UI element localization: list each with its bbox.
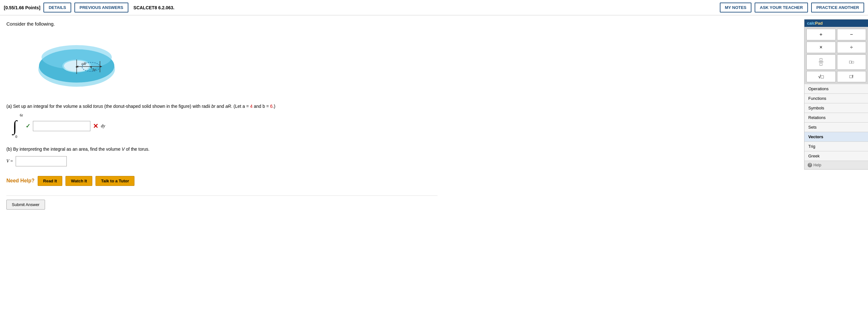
need-help-label: Need Help? <box>6 178 34 184</box>
integral-upper: 6r <box>20 113 23 118</box>
torus-image: aR br <box>32 32 121 96</box>
cross-icon: ✕ <box>93 122 98 130</box>
calcpad-title: calcPad <box>804 20 868 27</box>
practice-another-button[interactable]: PRACTICE ANOTHER <box>811 3 864 12</box>
integral-input[interactable] <box>33 121 90 131</box>
submit-button[interactable]: Submit Answer <box>6 200 45 210</box>
multiply-button[interactable]: × <box>806 42 836 53</box>
points-label: [0.55/1.66 Points] <box>4 5 40 10</box>
submit-row: Submit Answer <box>6 195 437 210</box>
talk-to-tutor-button[interactable]: Talk to a Tutor <box>95 176 134 186</box>
calcpad-help[interactable]: ? Help <box>804 161 868 169</box>
menu-item-symbols[interactable]: Symbols <box>804 103 868 113</box>
part-b-text: (b) By interpreting the integral as an a… <box>6 145 437 153</box>
divide-button[interactable]: ÷ <box>837 42 866 53</box>
menu-item-vectors[interactable]: Vectors <box>804 132 868 142</box>
previous-answers-button[interactable]: PREVIOUS ANSWERS <box>74 3 128 12</box>
svg-text:aR: aR <box>82 61 86 66</box>
check-icon: ✓ <box>26 122 30 130</box>
plus-button[interactable]: + <box>806 29 836 40</box>
menu-item-trig[interactable]: Trig <box>804 142 868 151</box>
menu-item-sets[interactable]: Sets <box>804 122 868 132</box>
integral-symbol: ∫ <box>13 118 17 134</box>
details-button[interactable]: DETAILS <box>43 3 71 12</box>
superscript-button[interactable]: □□ <box>837 54 866 70</box>
volume-input[interactable] <box>16 156 67 166</box>
v-equals-label: V = <box>6 159 13 164</box>
scalcet-label: SCALCET8 6.2.063. <box>133 5 174 10</box>
watch-it-button[interactable]: Watch It <box>65 176 92 186</box>
part-b-row: V = <box>6 156 437 166</box>
minus-button[interactable]: − <box>837 29 866 40</box>
factorial-button[interactable]: □! <box>837 71 866 82</box>
consider-text: Consider the following. <box>6 21 437 27</box>
question-area: Consider the following. <box>6 21 437 210</box>
calcpad-grid: + − × ÷ □□ □□ √□ □! <box>804 27 868 84</box>
part-a-text: (a) Set up an integral for the volume a … <box>6 103 437 110</box>
svg-text:br: br <box>93 67 97 72</box>
integral-row: 6r ∫ 0 ✓ ✕ dy <box>13 113 437 139</box>
need-help-row: Need Help? Read It Watch It Talk to a Tu… <box>6 176 437 186</box>
calcpad-menu: Operations Functions Symbols Relations S… <box>804 84 868 161</box>
menu-item-operations[interactable]: Operations <box>804 84 868 94</box>
main-content: Consider the following. <box>0 16 868 215</box>
help-circle-icon: ? <box>808 163 812 167</box>
my-notes-button[interactable]: MY NOTES <box>720 3 752 12</box>
fraction-button[interactable]: □□ <box>806 54 836 70</box>
dy-label: dy <box>101 124 105 129</box>
ask-teacher-button[interactable]: ASK YOUR TEACHER <box>755 3 808 12</box>
menu-item-functions[interactable]: Functions <box>804 94 868 103</box>
integral-lower: 0 <box>15 134 17 139</box>
menu-item-greek[interactable]: Greek <box>804 151 868 161</box>
header: [0.55/1.66 Points] DETAILS PREVIOUS ANSW… <box>0 0 868 16</box>
sqrt-button[interactable]: √□ <box>806 71 836 82</box>
right-buttons: MY NOTES ASK YOUR TEACHER PRACTICE ANOTH… <box>720 3 864 12</box>
menu-item-relations[interactable]: Relations <box>804 113 868 122</box>
read-it-button[interactable]: Read It <box>38 176 62 186</box>
calcpad-sidebar: calcPad + − × ÷ □□ □□ √□ □! Operations F… <box>804 19 868 170</box>
